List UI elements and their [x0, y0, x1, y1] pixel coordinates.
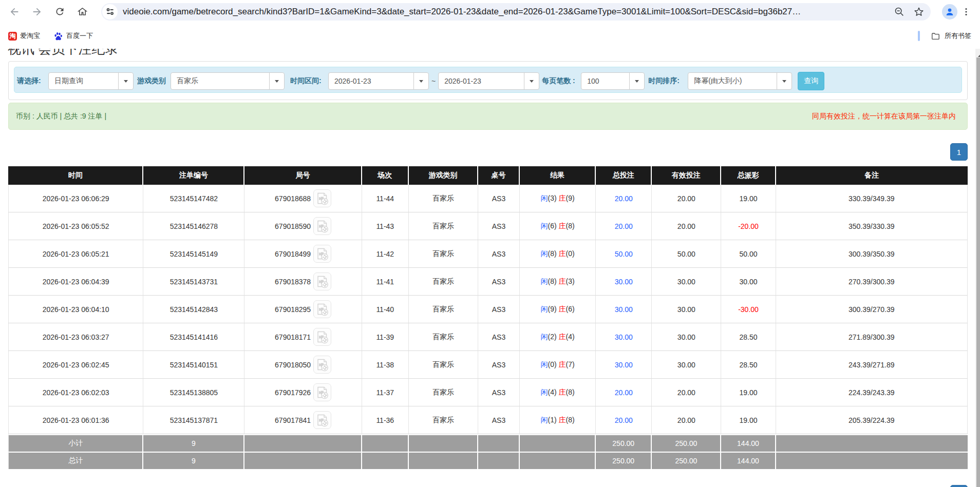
cell-payout: -30.00: [721, 296, 776, 323]
chevron-down-icon[interactable]: [118, 73, 133, 89]
baidu-icon: [53, 31, 63, 41]
query-mode-select[interactable]: 日期查询: [48, 72, 134, 90]
total-cell: [409, 452, 478, 469]
url-text[interactable]: videoie.com/game/betrecord_search/kind3?…: [123, 7, 889, 17]
cell-total-bet[interactable]: 30.00: [596, 268, 652, 296]
cell-payout: 30.00: [721, 268, 776, 296]
cell-total-bet[interactable]: 20.00: [596, 185, 652, 212]
cell-total-bet[interactable]: 20.00: [596, 406, 652, 434]
chevron-down-icon[interactable]: [524, 73, 539, 89]
table-row: 2026-01-23 06:02:45 523145140151 6790180…: [8, 351, 968, 379]
search-button[interactable]: 查询: [798, 72, 824, 90]
cell-game-type: 百家乐: [409, 185, 478, 212]
forward-button[interactable]: [28, 3, 46, 21]
cell-remark: 224.39/243.39: [776, 379, 968, 406]
chevron-down-icon[interactable]: [413, 73, 428, 89]
column-header: 时间: [8, 166, 143, 185]
round-cell-group: 679018171: [244, 328, 361, 346]
sort-select[interactable]: 降幂(由大到小): [688, 72, 792, 90]
video-record-icon[interactable]: [313, 217, 331, 235]
round-cell-group: 679017841: [244, 411, 361, 429]
date-start-input[interactable]: 2026-01-23: [328, 72, 429, 90]
cell-total-bet[interactable]: 30.00: [596, 296, 652, 323]
cell-total-bet[interactable]: 30.00: [596, 323, 652, 351]
page-1-button[interactable]: 1: [950, 485, 968, 487]
summary-notice-text: 同局有效投注，统一计算在该局第一张注单内: [812, 112, 956, 121]
cell-payout: 28.50: [721, 351, 776, 379]
bookmark-taobao[interactable]: 淘 爱淘宝: [4, 29, 44, 43]
video-record-icon[interactable]: [313, 272, 331, 290]
reload-icon: [54, 6, 65, 17]
result-banker-score: (0): [566, 249, 575, 258]
site-info-button[interactable]: [102, 4, 118, 20]
cell-payout: -20.00: [721, 212, 776, 240]
combo-value: 百家乐: [171, 73, 269, 89]
cell-result: 闲(9) 庄(6): [520, 296, 596, 323]
video-record-icon[interactable]: [313, 356, 331, 374]
video-record-icon[interactable]: [313, 245, 331, 263]
bookmark-baidu[interactable]: 百度一下: [49, 29, 97, 43]
table-row: 2026-01-23 06:03:27 523145141416 6790181…: [8, 323, 968, 351]
bookmark-star-icon[interactable]: [913, 6, 925, 17]
all-bookmarks-button[interactable]: [931, 31, 940, 41]
home-button[interactable]: [73, 3, 91, 21]
cell-bet-id: 523145137871: [143, 406, 244, 434]
scrollbar-thumb[interactable]: [976, 57, 980, 487]
result-player: 闲: [541, 360, 548, 368]
cell-game-type: 百家乐: [409, 268, 478, 296]
cell-table-no: AS3: [478, 185, 520, 212]
date-end-input[interactable]: 2026-01-23: [438, 72, 539, 90]
column-header: 结果: [520, 166, 596, 185]
table-row: 2026-01-23 06:04:39 523145143731 6790183…: [8, 268, 968, 296]
cell-total-bet[interactable]: 50.00: [596, 240, 652, 268]
url-bar[interactable]: videoie.com/game/betrecord_search/kind3?…: [101, 3, 931, 21]
result-banker-score: (6): [566, 305, 575, 313]
table-row: 2026-01-23 06:06:29 523145147482 6790186…: [8, 185, 968, 212]
chevron-down-icon[interactable]: [269, 73, 284, 89]
browser-menu-button[interactable]: [959, 3, 973, 21]
scroll-up-arrow-icon[interactable]: [978, 53, 980, 57]
video-record-icon[interactable]: [313, 383, 331, 401]
cell-round: 679017926: [244, 379, 362, 406]
video-record-icon[interactable]: [313, 411, 331, 429]
video-record-icon[interactable]: [313, 189, 331, 207]
result-banker: 庄: [559, 333, 566, 341]
round-number: 679017926: [275, 388, 311, 397]
page-title: 视讯 会员下注纪录: [8, 49, 975, 57]
result-banker-score: (8): [566, 416, 575, 424]
cell-game-type: 百家乐: [409, 406, 478, 434]
reload-button[interactable]: [51, 3, 68, 21]
cell-remark: 350.39/330.39: [776, 212, 968, 240]
result-banker: 庄: [559, 194, 566, 202]
chevron-down-icon[interactable]: [629, 73, 644, 89]
page-size-select[interactable]: 100: [581, 72, 645, 90]
all-bookmarks-label[interactable]: 所有书签: [945, 31, 971, 41]
cell-time: 2026-01-23 06:01:36: [8, 406, 143, 434]
cell-session: 11-40: [362, 296, 409, 323]
profile-avatar[interactable]: [942, 4, 957, 20]
video-record-icon[interactable]: [313, 300, 331, 318]
cell-total-bet[interactable]: 20.00: [596, 212, 652, 240]
page-1-button[interactable]: 1: [950, 143, 968, 161]
cell-bet-id: 523145145149: [143, 240, 244, 268]
pagination-bottom: 1: [8, 485, 968, 487]
column-header: 总派彩: [721, 166, 776, 185]
cell-total-bet[interactable]: 30.00: [596, 351, 652, 379]
chevron-down-icon[interactable]: [777, 73, 791, 89]
total-cell: 250.00: [596, 452, 652, 469]
cell-payout: 19.00: [721, 185, 776, 212]
cell-total-bet[interactable]: 20.00: [596, 379, 652, 406]
total-cell: [478, 452, 520, 469]
round-cell-group: 679018378: [244, 272, 361, 290]
cell-bet-id: 523145141416: [143, 323, 244, 351]
round-number: 679018171: [275, 333, 311, 341]
round-cell-group: 679018590: [244, 217, 361, 235]
zoom-icon[interactable]: [894, 6, 905, 17]
round-cell-group: 679018295: [244, 300, 361, 318]
cell-time: 2026-01-23 06:04:39: [8, 268, 143, 296]
video-record-icon[interactable]: [313, 328, 331, 346]
game-type-select[interactable]: 百家乐: [171, 72, 285, 90]
back-button[interactable]: [6, 3, 23, 21]
page-scrollbar[interactable]: [975, 49, 980, 487]
subtotal-cell: 小计: [8, 434, 143, 452]
